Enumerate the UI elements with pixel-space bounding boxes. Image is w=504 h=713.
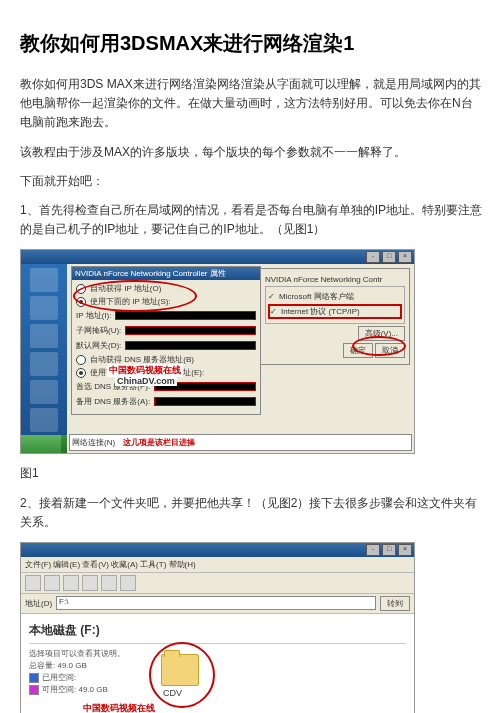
- intro-paragraph: 教你如何用3DS MAX来进行网络渲染网络渲染从字面就可以理解，就是用局域网内的…: [20, 75, 484, 133]
- dns2-field-redacted[interactable]: [154, 397, 256, 406]
- desktop-startmenu: [21, 264, 67, 453]
- folder-name[interactable]: CDV: [163, 688, 182, 698]
- drive-title: 本地磁盘 (F:): [29, 622, 406, 639]
- up-icon[interactable]: [63, 575, 79, 591]
- tip-text: 这几项是该栏目进操: [123, 437, 195, 448]
- card-label: NVIDIA nForce Networking Contr: [265, 275, 382, 284]
- go-button[interactable]: 转到: [380, 596, 410, 611]
- start-button[interactable]: [21, 435, 61, 453]
- address-label: 地址(D): [25, 598, 52, 609]
- label-dns2: 备用 DNS 服务器(A):: [76, 396, 150, 407]
- radio-manual-dns[interactable]: [76, 368, 86, 378]
- toolbar: [21, 573, 414, 594]
- taskbar: [21, 435, 67, 453]
- close-icon[interactable]: ×: [398, 251, 412, 263]
- watermark-cn: 中国数码视频在线: [81, 702, 157, 713]
- capacity-text: 总容量: 49.0 GB: [29, 660, 406, 671]
- mask-field-redacted[interactable]: [125, 326, 256, 335]
- maximize-icon[interactable]: □: [382, 251, 396, 263]
- desktop-icon[interactable]: [30, 324, 58, 348]
- desktop-icon[interactable]: [30, 268, 58, 292]
- ip-field-redacted[interactable]: [115, 311, 256, 320]
- desktop-icon[interactable]: [30, 352, 58, 376]
- highlight-ellipse: [149, 642, 215, 708]
- figure-1-screenshot: - □ × NVIDIA nForce Networking Controlle…: [20, 249, 415, 454]
- page-title: 教你如何用3DSMAX来进行网络渲染1: [20, 30, 484, 57]
- desktop-icon[interactable]: [30, 296, 58, 320]
- window-titlebar: - □ ×: [21, 250, 414, 264]
- radio-auto-dns[interactable]: [76, 355, 86, 365]
- folders-icon[interactable]: [101, 575, 117, 591]
- gateway-field-redacted[interactable]: [125, 341, 256, 350]
- window-titlebar: - □ ×: [21, 543, 414, 557]
- back-icon[interactable]: [25, 575, 41, 591]
- minimize-icon[interactable]: -: [366, 251, 380, 263]
- used-space: 已用空间:: [42, 673, 76, 682]
- label-mask: 子网掩码(U):: [76, 325, 121, 336]
- menu-bar[interactable]: 文件(F) 编辑(E) 查看(V) 收藏(A) 工具(T) 帮助(H): [21, 557, 414, 573]
- note-paragraph: 该教程由于涉及MAX的许多版块，每个版块的每个参数就不一一解释了。: [20, 143, 484, 162]
- dialog-title: NVIDIA nForce Networking Controller 属性: [72, 267, 260, 280]
- label-gateway: 默认网关(D):: [76, 340, 121, 351]
- desktop-icon[interactable]: [30, 408, 58, 432]
- minimize-icon[interactable]: -: [366, 544, 380, 556]
- step2-paragraph: 2、接着新建一个文件夹吧，并要把他共享！（见图2）接下去很多步骤会和这文件夹有关…: [20, 494, 484, 532]
- hint-text: 选择项目可以查看其说明。: [29, 648, 406, 659]
- begin-paragraph: 下面就开始吧：: [20, 172, 484, 191]
- maximize-icon[interactable]: □: [382, 544, 396, 556]
- watermark-url: ChinaDV.com: [115, 376, 177, 386]
- close-icon[interactable]: ×: [398, 544, 412, 556]
- search-icon[interactable]: [82, 575, 98, 591]
- proto-item[interactable]: Microsoft 网络客户端: [279, 291, 354, 302]
- figure1-label: 图1: [20, 464, 484, 483]
- figure-2-screenshot: - □ × 文件(F) 编辑(E) 查看(V) 收藏(A) 工具(T) 帮助(H…: [20, 542, 415, 713]
- views-icon[interactable]: [120, 575, 136, 591]
- label-ip: IP 地址(I):: [76, 310, 111, 321]
- desktop-icon[interactable]: [30, 380, 58, 404]
- proto-item-tcpip[interactable]: Internet 协议 (TCP/IP): [281, 306, 360, 317]
- tray-network-item[interactable]: 网络连接(N): [72, 437, 115, 448]
- step1-paragraph: 1、首先得检查自己所在局域网的情况，看看是否每台电脑有单独的IP地址。特别要注意…: [20, 201, 484, 239]
- address-input[interactable]: F:\: [56, 596, 376, 610]
- forward-icon[interactable]: [44, 575, 60, 591]
- free-space: 可用空间: 49.0 GB: [42, 685, 108, 694]
